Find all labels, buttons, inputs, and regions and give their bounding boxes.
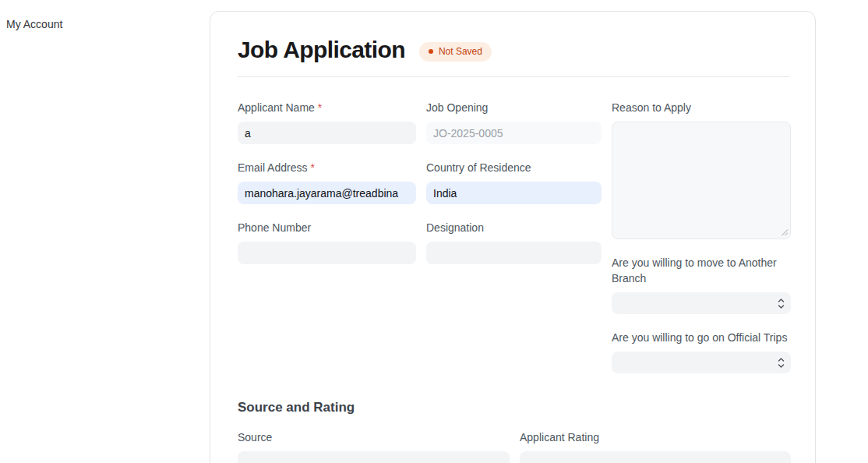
required-marker: * [318,101,322,114]
official-trips-label: Are you willing to go on Official Trips [612,330,791,345]
job-opening-field: Job Opening [426,100,602,144]
form-section-source-rating: Source Applicant Rating [238,429,790,463]
applicant-name-field: Applicant Name * [238,100,416,144]
email-label: Email Address * [238,160,416,175]
designation-label: Designation [426,220,602,235]
reason-textarea-wrap [612,122,791,239]
phone-input[interactable] [238,242,416,264]
status-badge: Not Saved [419,42,492,62]
reason-field: Reason to Apply [612,100,791,239]
required-marker: * [310,161,314,174]
move-branch-field: Are you willing to move to Another Branc… [612,255,791,314]
country-input[interactable] [426,182,602,204]
phone-field: Phone Number [238,220,416,264]
move-branch-select[interactable] [612,292,791,314]
form-column-2: Job Opening Country of Residence Designa… [426,100,602,389]
country-label: Country of Residence [426,160,602,175]
source-input[interactable] [238,451,510,463]
source-label: Source [238,429,510,445]
applicant-rating-field: Applicant Rating [520,429,791,463]
phone-label: Phone Number [238,220,416,235]
applicant-name-label-text: Applicant Name [238,101,315,114]
form-column-3: Reason to Apply Are you willing to move … [612,100,791,389]
country-field: Country of Residence [426,160,602,204]
applicant-name-label: Applicant Name * [238,100,416,115]
email-input[interactable] [238,182,416,204]
reason-textarea[interactable] [612,122,791,239]
form-section-main: Applicant Name * Email Address * Phone N… [238,100,790,389]
job-application-card: Job Application Not Saved Applicant Name… [210,11,816,463]
page-title: Job Application [238,34,405,66]
source-field: Source [238,429,510,463]
status-dot-icon [429,49,433,54]
email-field: Email Address * [238,160,416,204]
chevron-up-down-icon [778,358,785,368]
resize-grip-icon[interactable] [781,228,789,236]
reason-label: Reason to Apply [612,100,791,115]
designation-input[interactable] [426,242,602,264]
applicant-rating-label: Applicant Rating [520,429,791,445]
job-opening-label: Job Opening [426,100,602,115]
card-header: Job Application Not Saved [238,34,790,66]
my-account-link[interactable]: My Account [6,18,62,30]
designation-field: Designation [426,220,602,264]
applicant-rating-input[interactable] [520,451,791,463]
chevron-up-down-icon [778,299,785,309]
form-column-1: Applicant Name * Email Address * Phone N… [238,100,416,389]
email-label-text: Email Address [238,161,307,174]
move-branch-label: Are you willing to move to Another Branc… [612,255,791,286]
section-title-source-and-rating: Source and Rating [238,398,790,417]
status-badge-label: Not Saved [439,46,482,57]
applicant-name-input[interactable] [238,122,416,144]
header-divider [238,76,790,77]
official-trips-select[interactable] [612,352,791,373]
official-trips-field: Are you willing to go on Official Trips [612,330,791,373]
job-opening-input[interactable] [426,122,602,144]
